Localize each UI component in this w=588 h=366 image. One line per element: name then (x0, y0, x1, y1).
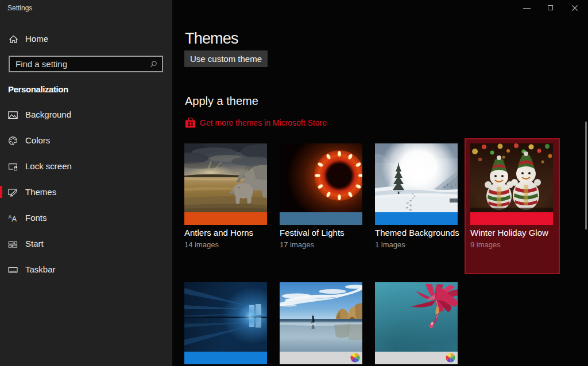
svg-text:A: A (11, 215, 17, 223)
